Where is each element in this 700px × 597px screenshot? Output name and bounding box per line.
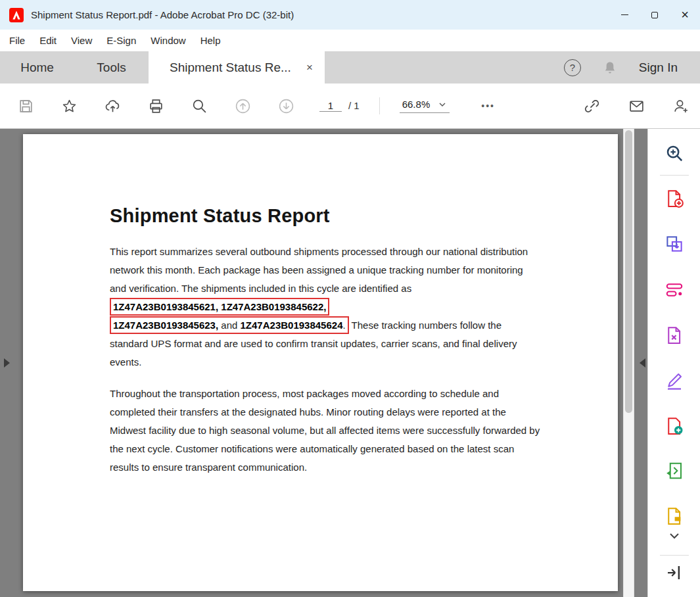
search-icon xyxy=(191,98,208,114)
help-icon[interactable]: ? xyxy=(564,59,581,76)
marquee-zoom-button[interactable] xyxy=(663,141,686,165)
fill-sign-icon xyxy=(665,371,684,391)
title-bar: Shipment Status Report.pdf - Adobe Acrob… xyxy=(0,0,700,30)
star-icon xyxy=(61,98,78,114)
tab-home[interactable]: Home xyxy=(0,51,74,84)
tracking-number-4: 1Z47A23B0193845624 xyxy=(241,320,343,331)
acrobat-logo-icon xyxy=(9,8,24,22)
search-button[interactable] xyxy=(189,96,209,116)
email-button[interactable] xyxy=(626,96,646,116)
minimize-icon xyxy=(621,14,628,16)
menu-window[interactable]: Window xyxy=(143,35,193,46)
tracking-numbers-1-2: 1Z47A23B0193845621, 1Z47A23B0193845622, xyxy=(113,301,326,312)
tab-close-icon[interactable]: × xyxy=(304,61,315,74)
zoom-select[interactable]: 66.8% xyxy=(400,99,450,113)
comment-icon xyxy=(665,506,684,526)
arrow-up-circle-icon xyxy=(235,98,251,114)
more-tools-chevron-icon xyxy=(666,532,682,541)
window-title: Shipment Status Report.pdf - Adobe Acrob… xyxy=(31,9,294,20)
doc-paragraph-1: This report summarizes several outbound … xyxy=(110,243,542,371)
cloud-upload-button[interactable] xyxy=(103,96,122,116)
create-pdf-button[interactable] xyxy=(663,187,686,210)
doc-paragraph-2: Throughout the transportation process, m… xyxy=(110,385,542,477)
favorites-star-button[interactable] xyxy=(59,96,79,116)
marquee-zoom-icon xyxy=(665,143,684,163)
organize-pages-button[interactable] xyxy=(663,459,686,483)
tab-document[interactable]: Shipment Status Re... × xyxy=(149,51,325,84)
convert-pdf-icon xyxy=(665,416,684,436)
tabbar-right-group: ? Sign In xyxy=(564,51,700,84)
para1-lead: This report summarizes several outbound … xyxy=(110,246,528,294)
chevron-down-icon xyxy=(439,103,446,107)
menu-esign[interactable]: E-Sign xyxy=(99,35,143,46)
export-pdf-icon xyxy=(665,325,684,345)
page-number-input[interactable] xyxy=(319,100,342,112)
left-pane-toggle-icon[interactable] xyxy=(4,358,10,368)
more-tools-button[interactable] xyxy=(663,528,686,545)
edit-pdf-icon xyxy=(665,280,684,300)
rail-divider xyxy=(660,555,689,556)
menu-file[interactable]: File xyxy=(2,35,32,46)
print-icon xyxy=(148,98,164,114)
create-pdf-icon xyxy=(665,189,684,208)
page-count-label: / 1 xyxy=(348,100,360,111)
window-controls: × xyxy=(609,0,700,30)
pdf-page: Shipment Status Report This report summa… xyxy=(23,134,618,591)
request-signatures-button[interactable] xyxy=(671,96,691,116)
export-pdf-button[interactable] xyxy=(663,323,686,347)
menu-help[interactable]: Help xyxy=(193,35,228,46)
annotation-box-1[interactable]: 1Z47A23B0193845621, 1Z47A23B0193845622, xyxy=(110,298,329,316)
vertical-scrollbar[interactable] xyxy=(623,129,634,597)
tab-bar: Home Tools Shipment Status Re... × ? Sig… xyxy=(0,51,700,84)
combine-files-button[interactable] xyxy=(663,232,686,256)
save-icon xyxy=(18,98,34,114)
share-link-button[interactable] xyxy=(582,96,601,116)
tab-tools[interactable]: Tools xyxy=(74,51,149,84)
envelope-icon xyxy=(628,98,645,114)
scrollbar-thumb[interactable] xyxy=(625,130,632,413)
comment-button[interactable] xyxy=(663,504,686,528)
period: . xyxy=(342,320,345,331)
sign-in-button[interactable]: Sign In xyxy=(639,60,678,75)
rail-divider xyxy=(660,175,689,176)
zoom-value: 66.8% xyxy=(402,99,431,110)
minimize-button[interactable] xyxy=(609,0,640,30)
edit-pdf-button[interactable] xyxy=(663,278,686,302)
tools-rail xyxy=(647,129,700,597)
convert-pdf-button[interactable] xyxy=(663,414,686,438)
collapse-pane-button[interactable] xyxy=(663,561,686,585)
menu-bar: File Edit View E-Sign Window Help xyxy=(0,30,700,51)
next-page-button[interactable] xyxy=(276,96,296,116)
organize-pages-icon xyxy=(665,461,684,481)
share-link-icon xyxy=(584,98,600,114)
maximize-button[interactable] xyxy=(640,0,670,30)
and-word: and xyxy=(221,320,237,331)
fill-sign-button[interactable] xyxy=(663,369,686,393)
menu-edit[interactable]: Edit xyxy=(32,35,64,46)
page-navigation: / 1 xyxy=(319,100,360,112)
document-canvas[interactable]: Shipment Status Report This report summa… xyxy=(0,129,647,597)
maximize-icon xyxy=(651,12,658,18)
annotation-box-2[interactable]: 1Z47A23B0193845623, and 1Z47A23B01938456… xyxy=(110,316,349,334)
tracking-number-3: 1Z47A23B0193845623, xyxy=(113,320,218,331)
combine-files-icon xyxy=(665,234,684,254)
print-button[interactable] xyxy=(146,96,166,116)
toolbar-separator xyxy=(379,97,380,114)
menu-view[interactable]: View xyxy=(64,35,99,46)
cloud-upload-icon xyxy=(105,98,121,114)
close-button[interactable]: × xyxy=(670,0,700,30)
toolbar-right-group xyxy=(582,96,700,116)
tab-document-label: Shipment Status Re... xyxy=(170,60,291,75)
overflow-menu-button[interactable]: ••• xyxy=(481,101,495,111)
toolbar: / 1 66.8% ••• xyxy=(0,84,700,129)
person-add-icon xyxy=(673,98,689,114)
save-button[interactable] xyxy=(16,96,35,116)
notifications-bell-icon[interactable] xyxy=(602,60,618,76)
main-area: Shipment Status Report This report summa… xyxy=(0,129,700,597)
right-pane-toggle-icon[interactable] xyxy=(640,358,645,368)
arrow-down-circle-icon xyxy=(278,98,294,114)
previous-page-button[interactable] xyxy=(233,96,252,116)
doc-title: Shipment Status Report xyxy=(110,205,542,227)
collapse-pane-icon xyxy=(665,563,684,583)
